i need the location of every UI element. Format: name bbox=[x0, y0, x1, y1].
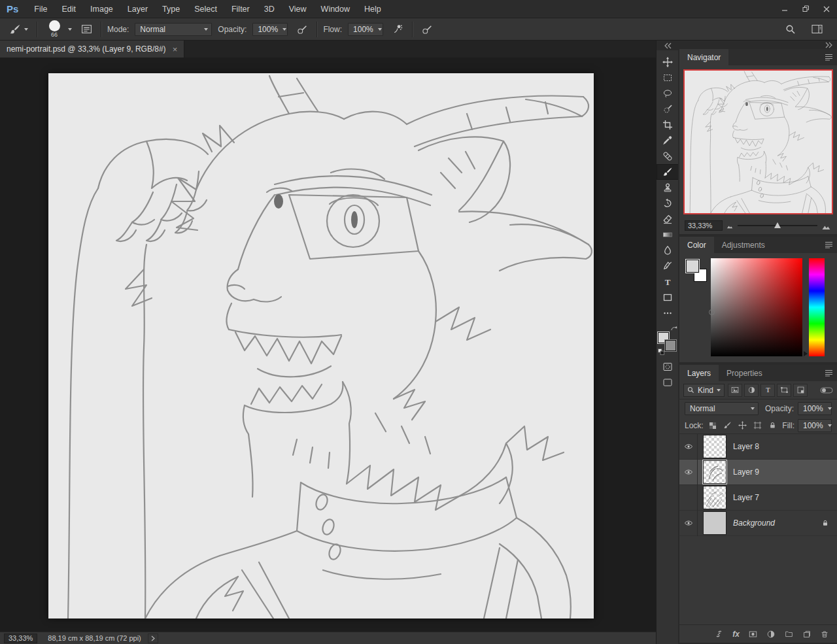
menu-edit[interactable]: Edit bbox=[55, 0, 84, 18]
tab-properties[interactable]: Properties bbox=[719, 365, 770, 381]
menu-help[interactable]: Help bbox=[357, 0, 388, 18]
toggle-brush-panel-button[interactable] bbox=[78, 21, 95, 38]
lock-position-button[interactable] bbox=[737, 420, 749, 432]
delete-layer-button[interactable] bbox=[820, 630, 829, 639]
foreground-color-swatch[interactable] bbox=[686, 260, 699, 273]
swap-colors-icon[interactable] bbox=[671, 326, 677, 332]
panel-menu-button[interactable] bbox=[820, 49, 837, 65]
status-options-chevron[interactable] bbox=[148, 634, 158, 643]
tool-quick-selection[interactable] bbox=[657, 101, 679, 117]
link-layers-button[interactable] bbox=[714, 629, 724, 639]
search-button[interactable] bbox=[782, 21, 799, 38]
airbrush-button[interactable] bbox=[389, 21, 406, 38]
menu-select[interactable]: Select bbox=[187, 0, 224, 18]
tool-move[interactable] bbox=[657, 54, 679, 70]
layer-fill-select[interactable]: 100% bbox=[798, 419, 832, 432]
tab-color[interactable]: Color bbox=[679, 237, 714, 253]
zoom-in-mountains-icon[interactable] bbox=[821, 221, 832, 230]
canvas[interactable] bbox=[48, 73, 594, 619]
close-button[interactable] bbox=[816, 0, 837, 18]
menu-window[interactable]: Window bbox=[314, 0, 357, 18]
layer-thumbnail[interactable] bbox=[703, 460, 726, 484]
tool-pen[interactable] bbox=[657, 258, 679, 274]
document-tab[interactable]: nemi-portrait.psd @ 33,3% (Layer 9, RGB/… bbox=[0, 41, 184, 58]
tool-rectangle[interactable] bbox=[657, 290, 679, 305]
tool-rectangular-marquee[interactable] bbox=[657, 70, 679, 86]
default-colors-icon[interactable] bbox=[658, 348, 664, 355]
tools-collapse-button[interactable] bbox=[657, 41, 678, 50]
menu-type[interactable]: Type bbox=[155, 0, 187, 18]
navigator-zoom-input[interactable]: 33,33% bbox=[685, 220, 723, 231]
menu-view[interactable]: View bbox=[282, 0, 314, 18]
menu-layer[interactable]: Layer bbox=[120, 0, 155, 18]
filter-kind-select[interactable]: Kind bbox=[683, 384, 725, 397]
status-zoom-input[interactable]: 33,33% bbox=[4, 634, 37, 643]
blend-mode-select[interactable]: Normal bbox=[135, 23, 212, 36]
color-picker-ring[interactable] bbox=[709, 309, 715, 315]
tool-blur[interactable] bbox=[657, 243, 679, 258]
flow-select[interactable]: 100% bbox=[348, 23, 383, 36]
tool-clone-stamp[interactable] bbox=[657, 180, 679, 195]
tool-spot-healing-brush[interactable] bbox=[657, 148, 679, 164]
slider-thumb[interactable] bbox=[774, 222, 781, 228]
tab-layers[interactable]: Layers bbox=[679, 365, 719, 381]
background-color-swatch[interactable] bbox=[665, 340, 676, 351]
brush-preset-picker[interactable]: 66 bbox=[43, 20, 72, 38]
zoom-out-mountains-icon[interactable] bbox=[726, 222, 734, 229]
quick-mask-button[interactable] bbox=[657, 359, 679, 375]
new-adjustment-layer-button[interactable] bbox=[766, 630, 776, 639]
tab-navigator[interactable]: Navigator bbox=[679, 49, 728, 65]
layer-blend-mode-select[interactable]: Normal bbox=[685, 402, 759, 415]
new-layer-button[interactable] bbox=[802, 630, 811, 639]
visibility-toggle[interactable] bbox=[679, 511, 698, 536]
restore-button[interactable] bbox=[795, 0, 816, 18]
tool-eraser[interactable] bbox=[657, 211, 679, 227]
tool-eyedropper[interactable] bbox=[657, 133, 679, 148]
filter-pixel-layers-button[interactable] bbox=[728, 384, 742, 397]
new-group-button[interactable] bbox=[784, 630, 794, 638]
lock-pixels-button[interactable] bbox=[722, 420, 734, 432]
tool-lasso[interactable] bbox=[657, 86, 679, 101]
screen-mode-button[interactable] bbox=[657, 375, 679, 390]
layer-row-background[interactable]: Background bbox=[679, 511, 837, 536]
tool-history-brush[interactable] bbox=[657, 195, 679, 211]
tab-adjustments[interactable]: Adjustments bbox=[714, 237, 773, 253]
visibility-toggle[interactable] bbox=[679, 460, 698, 485]
layer-thumbnail[interactable] bbox=[703, 486, 726, 509]
tool-horizontal-type[interactable]: T bbox=[657, 274, 679, 290]
saturation-brightness-field[interactable] bbox=[711, 258, 802, 356]
tool-gradient[interactable] bbox=[657, 227, 679, 243]
lock-transparency-button[interactable] bbox=[707, 420, 719, 432]
filter-shape-layers-button[interactable] bbox=[777, 384, 791, 397]
workspace-switcher-button[interactable] bbox=[808, 21, 825, 38]
tool-brush[interactable] bbox=[657, 164, 679, 180]
hue-slider[interactable] bbox=[809, 258, 825, 356]
lock-all-button[interactable] bbox=[767, 420, 779, 432]
navigator-zoom-slider[interactable] bbox=[738, 220, 817, 231]
add-layer-mask-button[interactable] bbox=[748, 630, 758, 639]
menu-3d[interactable]: 3D bbox=[257, 0, 282, 18]
tab-close-icon[interactable]: × bbox=[173, 45, 178, 54]
layer-filter-toggle[interactable] bbox=[820, 386, 833, 394]
edit-toolbar-button[interactable] bbox=[657, 305, 679, 321]
canvas-area[interactable] bbox=[0, 58, 656, 632]
menu-image[interactable]: Image bbox=[83, 0, 120, 18]
layer-row-layer-7[interactable]: Layer 7 bbox=[679, 485, 837, 511]
tool-crop[interactable] bbox=[657, 117, 679, 133]
panel-menu-button[interactable] bbox=[820, 237, 837, 253]
pressure-opacity-button[interactable] bbox=[294, 21, 311, 38]
layer-thumbnail[interactable] bbox=[703, 435, 726, 458]
visibility-toggle[interactable] bbox=[679, 485, 698, 511]
pressure-size-button[interactable] bbox=[418, 21, 436, 38]
navigator-thumbnail[interactable] bbox=[685, 71, 832, 213]
layer-row-layer-9[interactable]: Layer 9 bbox=[679, 460, 837, 485]
filter-smart-objects-button[interactable] bbox=[793, 384, 808, 397]
panel-menu-button[interactable] bbox=[820, 365, 837, 381]
minimize-button[interactable] bbox=[774, 0, 795, 18]
dock-collapse-button[interactable] bbox=[678, 41, 837, 49]
layer-thumbnail[interactable] bbox=[703, 511, 726, 535]
lock-artboard-button[interactable] bbox=[752, 420, 764, 432]
visibility-toggle[interactable] bbox=[679, 434, 698, 460]
layer-row-layer-8[interactable]: Layer 8 bbox=[679, 434, 837, 460]
layer-opacity-select[interactable]: 100% bbox=[798, 402, 832, 415]
